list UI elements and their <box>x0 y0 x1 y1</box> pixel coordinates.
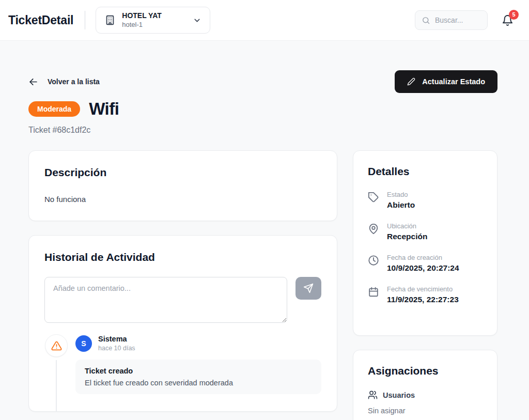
activity-card-title: Historial de Actividad <box>44 251 321 263</box>
send-comment-button[interactable] <box>295 277 321 300</box>
timeline-rail <box>44 334 68 412</box>
assigned-users-row: Usuarios <box>368 390 483 400</box>
entry-author: Sistema <box>98 334 135 344</box>
event-body: El ticket fue creado con severidad moder… <box>85 379 312 387</box>
detail-text: Fecha de creación 10/9/2025, 20:27:24 <box>387 254 459 273</box>
hotel-selector-text: HOTEL YAT hotel-1 <box>122 11 186 29</box>
activity-entry-header: S Sistema hace 10 días <box>75 334 321 352</box>
right-column: Detalles Estado Abierto <box>353 150 497 420</box>
assignments-card-title: Asignaciones <box>368 365 483 377</box>
description-card-title: Descripción <box>44 166 321 179</box>
app-logo: TicketDetail <box>8 13 73 27</box>
assigned-users-label: Usuarios <box>383 391 415 399</box>
detail-label: Fecha de creación <box>387 254 459 261</box>
detail-label: Ubicación <box>387 222 427 230</box>
detail-value: 10/9/2025, 20:27:24 <box>387 263 459 273</box>
comment-input[interactable] <box>44 277 287 323</box>
timeline-connector <box>56 360 57 412</box>
entry-author-block: Sistema hace 10 días <box>98 334 135 352</box>
clock-icon <box>368 254 379 273</box>
detail-label: Fecha de vencimiento <box>387 285 459 293</box>
notification-count-badge: 5 <box>509 10 519 20</box>
left-column: Descripción No funciona Historial de Act… <box>28 150 337 412</box>
entry-timestamp: hace 10 días <box>98 344 135 352</box>
detail-value: Abierto <box>387 200 415 210</box>
detail-item-created: Fecha de creación 10/9/2025, 20:27:24 <box>368 254 483 273</box>
users-icon <box>368 390 378 400</box>
detail-value: 11/9/2025, 22:27:23 <box>387 295 459 304</box>
description-card: Descripción No funciona <box>28 150 337 221</box>
search-input[interactable] <box>435 16 481 24</box>
map-pin-icon <box>368 222 379 241</box>
detail-value: Recepción <box>387 232 427 241</box>
chevron-down-icon <box>193 16 201 25</box>
page-toolbar: Volver a la lista Actualizar Estado <box>28 70 497 93</box>
details-card: Detalles Estado Abierto <box>353 150 497 336</box>
ticket-detail-page: Volver a la lista Actualizar Estado Mode… <box>28 70 497 420</box>
avatar: S <box>75 335 92 352</box>
severity-badge: Moderada <box>28 101 80 117</box>
pencil-icon <box>407 77 415 86</box>
timeline-node <box>45 334 68 357</box>
ticket-id: Ticket #68c1df2c <box>28 126 497 135</box>
update-status-label: Actualizar Estado <box>422 77 485 86</box>
detail-text: Fecha de vencimiento 11/9/2025, 22:27:23 <box>387 285 459 304</box>
search-icon <box>422 16 430 25</box>
activity-entry-content: S Sistema hace 10 días Ticket creado El … <box>75 334 321 412</box>
back-link-label: Volver a la lista <box>48 77 100 86</box>
comment-composer <box>44 277 321 323</box>
content-grid: Descripción No funciona Historial de Act… <box>28 150 497 420</box>
activity-entry: S Sistema hace 10 días Ticket creado El … <box>44 334 321 412</box>
ticket-title: Wifi <box>89 99 119 119</box>
activity-event-box: Ticket creado El ticket fue creado con s… <box>75 360 321 394</box>
detail-item-location: Ubicación Recepción <box>368 222 483 241</box>
building-icon <box>104 14 116 26</box>
ticket-title-row: Moderada Wifi <box>28 99 497 119</box>
tag-icon <box>368 191 379 210</box>
description-body: No funciona <box>44 195 321 204</box>
hotel-selector-dropdown[interactable]: HOTEL YAT hotel-1 <box>96 7 210 34</box>
unassigned-text: Sin asignar <box>368 407 483 415</box>
hotel-code: hotel-1 <box>122 21 186 29</box>
hotel-name: HOTEL YAT <box>122 11 186 21</box>
details-card-title: Detalles <box>368 165 483 178</box>
calendar-icon <box>368 285 379 304</box>
notifications-button[interactable]: 5 <box>502 14 514 26</box>
detail-item-due: Fecha de vencimiento 11/9/2025, 22:27:23 <box>368 285 483 304</box>
detail-label: Estado <box>387 191 415 198</box>
detail-item-status: Estado Abierto <box>368 191 483 210</box>
event-title: Ticket creado <box>85 367 312 375</box>
send-icon <box>303 283 314 293</box>
arrow-left-icon <box>28 77 38 87</box>
activity-history-card: Historial de Actividad <box>28 235 337 412</box>
back-to-list-link[interactable]: Volver a la lista <box>28 77 100 87</box>
assignments-card: Asignaciones Usuarios Sin asignar <box>353 350 497 420</box>
detail-text: Estado Abierto <box>387 191 415 210</box>
alert-triangle-icon <box>51 340 62 351</box>
search-box[interactable] <box>415 10 488 30</box>
update-status-button[interactable]: Actualizar Estado <box>395 70 497 93</box>
detail-text: Ubicación Recepción <box>387 222 427 241</box>
header-divider <box>85 11 85 29</box>
top-header: TicketDetail HOTEL YAT hotel-1 <box>0 0 529 41</box>
